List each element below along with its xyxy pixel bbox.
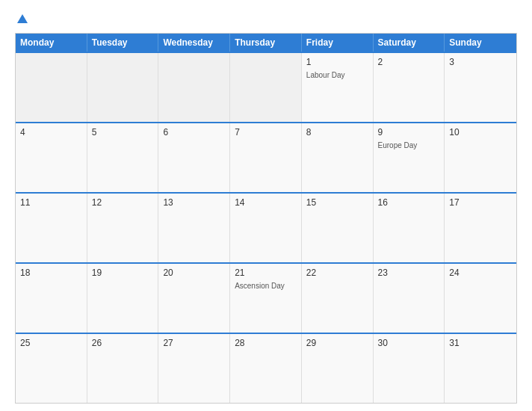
- calendar-cell: 8: [302, 123, 374, 192]
- day-number: 27: [163, 338, 225, 348]
- day-number: 10: [449, 127, 512, 137]
- logo-general-text: [15, 13, 28, 25]
- calendar-cell: 20: [158, 264, 230, 333]
- calendar-cell: 12: [87, 194, 159, 262]
- weekday-header-monday: Monday: [16, 34, 87, 52]
- day-number: 24: [449, 268, 512, 278]
- calendar-cell: 1Labour Day: [302, 53, 374, 122]
- day-number: 4: [20, 127, 82, 137]
- calendar-cell: 29: [302, 334, 374, 403]
- day-number: 8: [306, 127, 368, 137]
- calendar-cell: 17: [445, 194, 516, 262]
- day-number: 22: [306, 268, 368, 278]
- day-number: 17: [449, 197, 512, 208]
- day-number: 25: [20, 338, 82, 348]
- weekday-header-saturday: Saturday: [374, 34, 445, 52]
- calendar-row-1: 456789Europe Day10: [16, 122, 516, 192]
- calendar: MondayTuesdayWednesdayThursdayFridaySatu…: [15, 33, 517, 404]
- holiday-label: Ascension Day: [235, 281, 297, 291]
- calendar-cell: 4: [16, 123, 87, 192]
- calendar-row-2: 11121314151617: [16, 192, 516, 262]
- day-number: 31: [449, 338, 512, 348]
- day-number: 29: [306, 338, 368, 348]
- calendar-cell: 27: [158, 334, 230, 403]
- calendar-cell: 13: [158, 194, 230, 262]
- calendar-cell: 14: [230, 194, 302, 262]
- calendar-cell: 7: [230, 123, 302, 192]
- calendar-cell: 2: [374, 53, 445, 122]
- calendar-cell: 15: [302, 194, 374, 262]
- calendar-cell: 25: [16, 334, 87, 403]
- header: [15, 13, 517, 25]
- calendar-cell: [158, 53, 230, 122]
- day-number: 5: [92, 127, 154, 137]
- day-number: 11: [20, 197, 82, 208]
- calendar-row-0: 1Labour Day23: [16, 52, 516, 122]
- day-number: 26: [92, 338, 154, 348]
- weekday-header-wednesday: Wednesday: [158, 34, 230, 52]
- calendar-cell: 21Ascension Day: [230, 264, 302, 333]
- calendar-row-4: 25262728293031: [16, 333, 516, 403]
- day-number: 21: [235, 268, 297, 278]
- calendar-cell: 11: [16, 194, 87, 262]
- holiday-label: Labour Day: [306, 70, 368, 80]
- calendar-cell: [16, 53, 87, 122]
- calendar-cell: 10: [445, 123, 516, 192]
- day-number: 12: [92, 197, 154, 208]
- calendar-cell: 30: [374, 334, 445, 403]
- day-number: 1: [306, 57, 368, 67]
- day-number: 19: [92, 268, 154, 278]
- calendar-cell: 16: [374, 194, 445, 262]
- day-number: 13: [163, 197, 225, 208]
- calendar-cell: 28: [230, 334, 302, 403]
- calendar-cell: 26: [87, 334, 159, 403]
- calendar-cell: 18: [16, 264, 87, 333]
- logo-triangle-icon: [17, 14, 28, 23]
- calendar-cell: [87, 53, 159, 122]
- day-number: 7: [235, 127, 297, 137]
- day-number: 15: [306, 197, 368, 208]
- calendar-cell: 22: [302, 264, 374, 333]
- calendar-cell: 24: [445, 264, 516, 333]
- calendar-cell: 6: [158, 123, 230, 192]
- weekday-header-sunday: Sunday: [445, 34, 516, 52]
- day-number: 3: [449, 57, 512, 67]
- calendar-cell: 3: [445, 53, 516, 122]
- calendar-body: 1Labour Day23456789Europe Day10111213141…: [16, 52, 516, 403]
- calendar-row-3: 18192021Ascension Day222324: [16, 262, 516, 333]
- day-number: 28: [235, 338, 297, 348]
- day-number: 14: [235, 197, 297, 208]
- weekday-header-friday: Friday: [302, 34, 374, 52]
- day-number: 30: [378, 338, 440, 348]
- calendar-cell: 19: [87, 264, 159, 333]
- calendar-cell: 31: [445, 334, 516, 403]
- day-number: 9: [378, 127, 440, 137]
- holiday-label: Europe Day: [378, 140, 440, 150]
- weekday-header-thursday: Thursday: [230, 34, 302, 52]
- day-number: 20: [163, 268, 225, 278]
- calendar-cell: [230, 53, 302, 122]
- day-number: 6: [163, 127, 225, 137]
- weekday-header-tuesday: Tuesday: [87, 34, 159, 52]
- day-number: 23: [378, 268, 440, 278]
- day-number: 16: [378, 197, 440, 208]
- calendar-header: MondayTuesdayWednesdayThursdayFridaySatu…: [16, 34, 516, 52]
- calendar-page: MondayTuesdayWednesdayThursdayFridaySatu…: [0, 0, 532, 411]
- day-number: 2: [378, 57, 440, 67]
- calendar-cell: 23: [374, 264, 445, 333]
- calendar-cell: 5: [87, 123, 159, 192]
- logo: [15, 13, 28, 25]
- day-number: 18: [20, 268, 82, 278]
- calendar-cell: 9Europe Day: [374, 123, 445, 192]
